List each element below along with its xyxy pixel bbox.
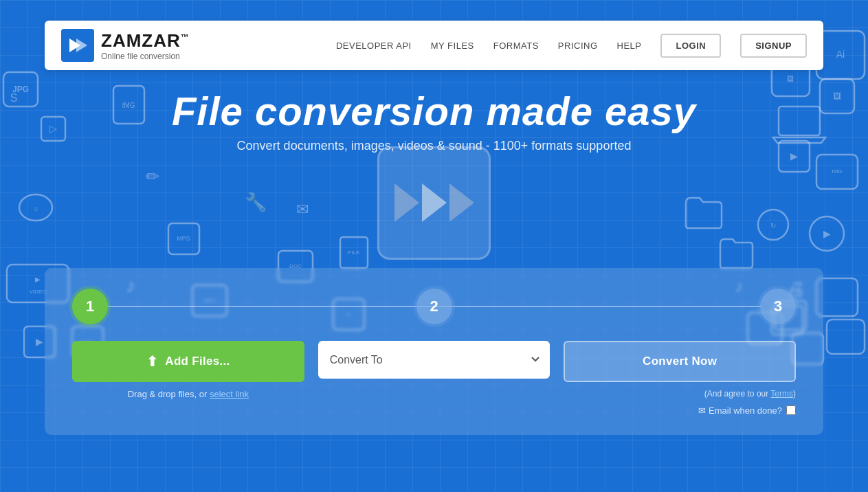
logo-icon [61,29,94,62]
svg-marker-54 [76,38,87,52]
logo-tagline: Online file conversion [101,52,190,61]
nav-my-files[interactable]: MY FILES [431,41,474,51]
convert-now-button[interactable]: Convert Now [564,341,796,382]
nav-help[interactable]: HELP [617,41,642,51]
email-label: ✉ Email when done? [698,405,782,416]
signup-button[interactable]: SIGNUP [740,34,807,58]
logo-name: ZAMZAR™ [101,30,190,52]
add-files-label: Add Files... [165,355,230,368]
login-button[interactable]: LOGIN [660,34,721,58]
select-link[interactable]: select link [210,389,249,399]
step-3-bubble: 3 [760,289,796,324]
email-row: ✉ Email when done? [564,405,796,416]
logo: ZAMZAR™ Online file conversion [61,29,190,62]
arrow-3 [449,183,474,222]
upload-icon: ⬆ [146,353,158,370]
convert-to-group: Convert To [318,341,550,379]
drag-drop-text: Drag & drop files, or select link [128,389,249,399]
logo-arrows [394,183,474,222]
convert-now-group: Convert Now (And agree to our Terms) ✉ E… [564,341,796,416]
nav-formats[interactable]: FORMATS [493,41,539,51]
center-logo-area [0,146,868,260]
actions-row: ⬆ Add Files... Drag & drop files, or sel… [72,341,796,416]
add-files-button[interactable]: ⬆ Add Files... [72,341,304,382]
steps-row: 1 2 3 [72,289,796,324]
step-1-bubble: 1 [72,289,108,324]
convert-to-select[interactable]: Convert To [318,341,550,379]
nav-developer-api[interactable]: DEVELOPER API [336,41,412,51]
nav-pricing[interactable]: PRICING [558,41,598,51]
hero-section: File conversion made easy Convert docume… [0,70,868,153]
arrow-2 [422,183,447,222]
arrow-1 [394,183,419,222]
nav: DEVELOPER API MY FILES FORMATS PRICING H… [336,34,807,58]
step-2-bubble: 2 [416,289,452,324]
terms-link[interactable]: Terms [770,389,793,399]
add-files-group: ⬆ Add Files... Drag & drop files, or sel… [72,341,304,399]
center-logo [377,146,491,260]
logo-text: ZAMZAR™ Online file conversion [101,30,190,61]
conversion-widget: 1 2 3 ⬆ Add Files... Drag & drop files, … [45,268,823,435]
terms-text: (And agree to our Terms) [564,389,796,399]
email-checkbox[interactable] [786,405,796,415]
conversion-widget-wrap: 1 2 3 ⬆ Add Files... Drag & drop files, … [45,268,823,435]
header: ZAMZAR™ Online file conversion DEVELOPER… [45,21,823,70]
hero-title: File conversion made easy [0,89,868,133]
